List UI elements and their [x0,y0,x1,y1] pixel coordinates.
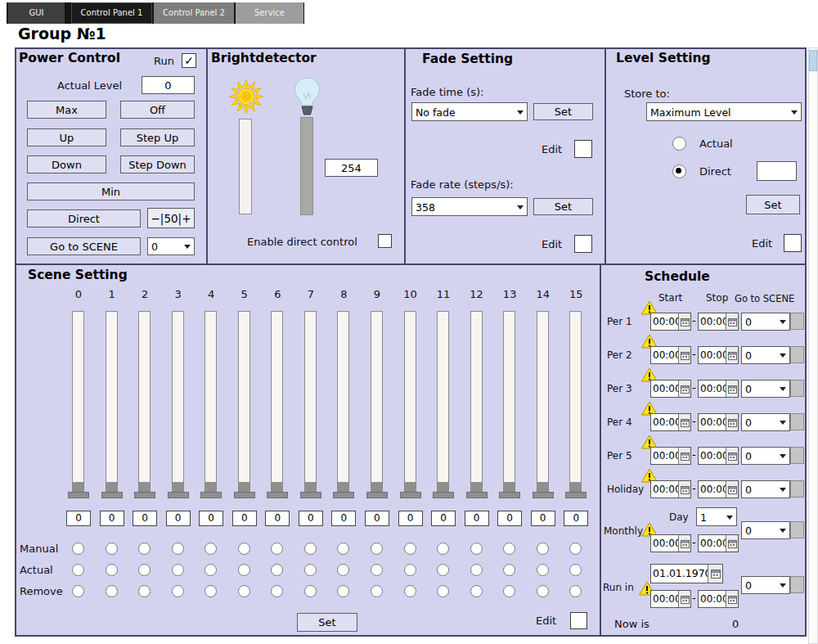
scene-value-input[interactable]: 0 [398,511,423,526]
scene-value-input[interactable]: 0 [531,511,555,526]
actual-radio[interactable] [470,564,483,576]
manual-radio[interactable] [72,543,84,555]
scene-slider[interactable] [337,311,349,493]
monthly-stop-time-input[interactable]: 00:00 [698,534,739,552]
scene-slider[interactable] [304,311,317,493]
manual-radio[interactable] [470,543,483,555]
time-picker-button[interactable] [678,313,690,330]
remove-radio[interactable] [238,585,250,597]
fade-rate-select[interactable]: 358 [411,197,528,216]
scene-value-input[interactable]: 0 [331,511,356,526]
run-in-apply-button[interactable] [790,576,804,593]
manual-radio[interactable] [503,543,515,555]
remove-radio[interactable] [569,585,582,597]
remove-radio[interactable] [371,585,383,597]
actual-radio[interactable] [537,564,549,576]
actual-radio[interactable] [503,564,515,576]
time-picker-button[interactable] [678,448,690,464]
scene-slider-handle[interactable] [565,492,587,498]
scene-value-input[interactable]: 0 [166,511,191,526]
remove-radio[interactable] [204,585,217,597]
scene-slider[interactable] [271,311,283,493]
time-picker-button[interactable] [726,535,738,552]
time-picker-button[interactable] [726,414,738,430]
stop-time-input[interactable]: 00:00 [698,447,739,465]
go-to-scene-select[interactable]: 0 [741,380,790,398]
period-apply-button[interactable] [790,480,804,498]
scene-slider-handle[interactable] [400,492,421,498]
remove-radio[interactable] [271,585,283,597]
down-button[interactable]: Down [27,155,106,173]
manual-radio[interactable] [337,543,349,555]
manual-radio[interactable] [106,543,118,555]
scene-value-input[interactable]: 0 [265,511,290,526]
scene-value-input[interactable]: 0 [299,511,323,526]
tab-gui[interactable]: GUI [8,2,65,24]
scene-value-input[interactable]: 0 [133,511,157,526]
step-up-button[interactable]: Step Up [120,128,195,146]
actual-radio[interactable] [404,564,416,576]
scene-slider[interactable] [569,311,582,493]
remove-radio[interactable] [437,585,449,597]
actual-radio[interactable] [72,564,84,576]
monthly-start-time-input[interactable]: 00:00 [650,534,691,552]
direct-level-input[interactable] [757,161,797,181]
time-picker-button[interactable] [678,591,690,607]
level-edit-checkbox[interactable] [784,234,802,252]
scene-slider[interactable] [204,311,217,493]
actual-radio[interactable] [106,564,118,576]
level-set-button[interactable]: Set [746,195,800,214]
store-to-select[interactable]: Maximum Level [646,102,802,121]
start-time-input[interactable]: 00:00 [650,380,691,398]
scene-value-input[interactable]: 0 [465,511,489,526]
time-picker-button[interactable] [678,535,690,552]
stop-time-input[interactable]: 00:00 [698,313,739,331]
stop-time-input[interactable]: 00:00 [698,380,739,398]
scene-slider-handle[interactable] [267,492,288,498]
actual-radio[interactable] [204,564,217,576]
start-time-input[interactable]: 00:00 [650,413,691,431]
go-to-scene-select[interactable]: 0 [741,447,790,465]
actual-radio[interactable] [172,564,184,576]
fade-time-edit-checkbox[interactable] [574,140,592,158]
scene-value-input[interactable]: 0 [232,511,257,526]
scene-slider-handle[interactable] [333,492,354,498]
start-time-input[interactable]: 00:00 [650,313,691,331]
actual-level-input[interactable]: 0 [142,76,195,94]
manual-radio[interactable] [238,543,250,555]
max-button[interactable]: Max [27,101,106,119]
enable-direct-control-checkbox[interactable] [378,234,392,248]
remove-radio[interactable] [404,585,416,597]
run-in-stop-time-input[interactable]: 00:00 [698,590,739,608]
actual-radio[interactable] [337,564,349,576]
step-down-button[interactable]: Step Down [120,155,195,173]
scene-slider[interactable] [72,311,84,493]
direct-radio[interactable] [672,164,686,178]
time-picker-button[interactable] [726,481,738,498]
period-apply-button[interactable] [790,380,804,397]
period-apply-button[interactable] [790,413,804,430]
direct-button[interactable]: Direct [27,209,141,227]
scene-slider-handle[interactable] [200,492,222,498]
scene-value-input[interactable]: 0 [100,511,124,526]
fade-time-select[interactable]: No fade [411,102,528,121]
run-in-date-input[interactable]: 01.01.1970 [650,564,723,583]
manual-radio[interactable] [371,543,383,555]
go-to-scene-select[interactable]: 0 [741,413,790,431]
go-to-scene-select[interactable]: 0 [741,346,790,364]
run-in-scene-select[interactable]: 0 [741,576,790,594]
scene-set-button[interactable]: Set [297,613,357,632]
scene-slider[interactable] [437,311,449,493]
scene-value-input[interactable]: 0 [199,511,223,526]
scene-value-input[interactable]: 0 [431,511,456,526]
scene-slider-handle[interactable] [300,492,321,498]
remove-radio[interactable] [106,585,118,597]
start-time-input[interactable]: 00:00 [650,480,691,498]
time-picker-button[interactable] [678,381,690,397]
time-picker-button[interactable] [726,448,738,464]
scene-value-input[interactable]: 0 [497,511,522,526]
period-apply-button[interactable] [790,346,804,363]
time-picker-button[interactable] [678,481,690,498]
scene-slider[interactable] [404,311,416,493]
stepper-increment[interactable]: |+ [178,212,191,225]
